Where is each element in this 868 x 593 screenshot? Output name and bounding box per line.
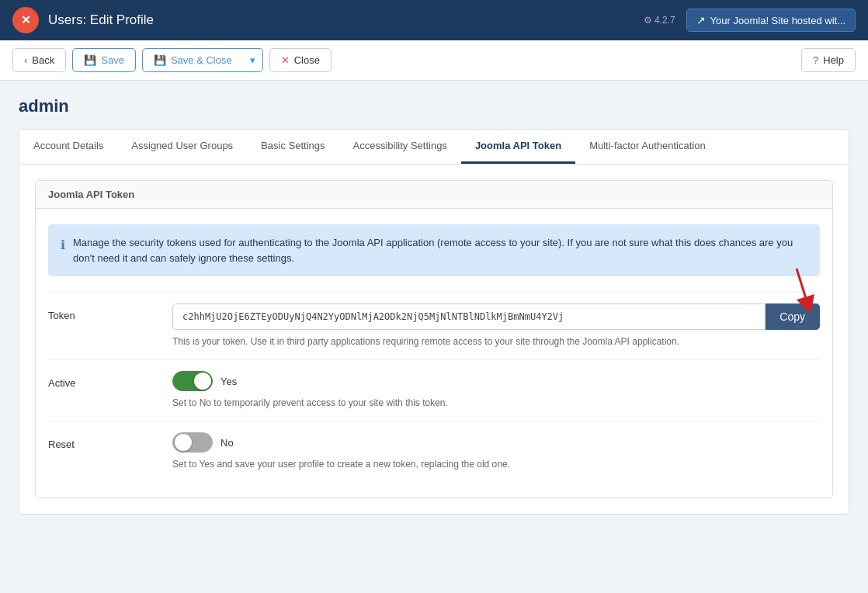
site-button-label: Your Joomla! Site hosted wit...	[710, 15, 845, 26]
save-close-icon: 💾	[154, 54, 166, 66]
save-label: Save	[101, 54, 124, 66]
page-content: admin Account Details Assigned User Grou…	[0, 81, 868, 530]
user-title: admin	[19, 96, 849, 116]
active-toggle[interactable]	[172, 371, 213, 391]
token-label: Token	[48, 303, 172, 321]
tabs-bar: Account Details Assigned User Groups Bas…	[19, 129, 849, 164]
info-text: Manage the security tokens used for auth…	[73, 235, 807, 265]
tab-accessibility-settings[interactable]: Accessibility Settings	[339, 130, 460, 164]
active-state-label: Yes	[220, 376, 237, 387]
page-title: Users: Edit Profile	[48, 12, 644, 28]
active-label: Active	[48, 371, 172, 389]
back-icon: ‹	[24, 54, 27, 66]
save-button[interactable]: 💾 Save	[72, 48, 136, 72]
token-input-row: Copy	[172, 303, 820, 330]
chevron-down-icon: ▾	[250, 54, 255, 66]
reset-toggle-row: No	[172, 432, 820, 453]
token-row: Token Copy	[48, 292, 820, 359]
active-control: Yes Set to No to temporarily prevent acc…	[172, 371, 820, 410]
reset-hint: Set to Yes and save your user profile to…	[172, 457, 820, 471]
tab-panel: Joomla API Token ℹ Manage the security t…	[19, 164, 849, 515]
save-icon: 💾	[84, 54, 96, 66]
token-hint: This is your token. Use it in third part…	[172, 335, 820, 349]
version-label: ⚙ 4.2.7	[644, 15, 675, 26]
navbar: ✕ Users: Edit Profile ⚙ 4.2.7 ↗ Your Joo…	[0, 0, 868, 40]
joomla-logo-icon: ✕	[21, 13, 31, 27]
active-hint: Set to No to temporarily prevent access …	[172, 396, 820, 410]
reset-row: Reset No Set to Yes and save your user p…	[48, 421, 820, 482]
site-button[interactable]: ↗ Your Joomla! Site hosted wit...	[686, 9, 856, 32]
reset-label: Reset	[48, 432, 172, 450]
save-close-label: Save & Close	[171, 54, 232, 66]
active-toggle-row: Yes	[172, 371, 820, 391]
api-token-section: Joomla API Token ℹ Manage the security t…	[35, 180, 833, 498]
reset-control: No Set to Yes and save your user profile…	[172, 432, 820, 471]
help-button[interactable]: ? Help	[801, 48, 856, 72]
section-body: ℹ Manage the security tokens used for au…	[36, 209, 832, 498]
help-icon: ?	[813, 54, 818, 66]
reset-toggle[interactable]	[172, 432, 213, 453]
token-input[interactable]	[172, 303, 766, 330]
info-box: ℹ Manage the security tokens used for au…	[48, 224, 820, 276]
save-dropdown-button[interactable]: ▾	[243, 48, 263, 72]
section-title: Joomla API Token	[36, 181, 832, 209]
tab-joomla-api-token[interactable]: Joomla API Token	[461, 130, 575, 164]
tab-assigned-user-groups[interactable]: Assigned User Groups	[117, 130, 247, 164]
tab-basic-settings[interactable]: Basic Settings	[247, 130, 339, 164]
tab-multi-factor-auth[interactable]: Multi-factor Authentication	[575, 130, 720, 164]
close-icon: ✕	[281, 54, 290, 66]
tab-account-details[interactable]: Account Details	[19, 130, 117, 164]
toolbar: ‹ Back 💾 Save 💾 Save & Close ▾ ✕ Close ?…	[0, 40, 868, 81]
back-label: Back	[32, 54, 54, 66]
token-control: Copy	[172, 303, 820, 349]
copy-button[interactable]: Copy	[766, 303, 820, 330]
external-link-icon: ↗	[696, 14, 706, 26]
close-label: Close	[294, 54, 320, 66]
reset-toggle-handle	[175, 434, 192, 451]
joomla-logo: ✕	[12, 7, 39, 33]
save-close-button[interactable]: 💾 Save & Close	[142, 48, 244, 72]
close-button[interactable]: ✕ Close	[269, 48, 332, 72]
info-icon: ℹ	[61, 236, 65, 265]
back-button[interactable]: ‹ Back	[12, 48, 66, 72]
reset-state-label: No	[220, 437, 234, 449]
toggle-handle	[194, 373, 211, 390]
active-row: Active Yes Set to No to temporarily prev…	[48, 359, 820, 421]
help-label: Help	[823, 54, 844, 66]
